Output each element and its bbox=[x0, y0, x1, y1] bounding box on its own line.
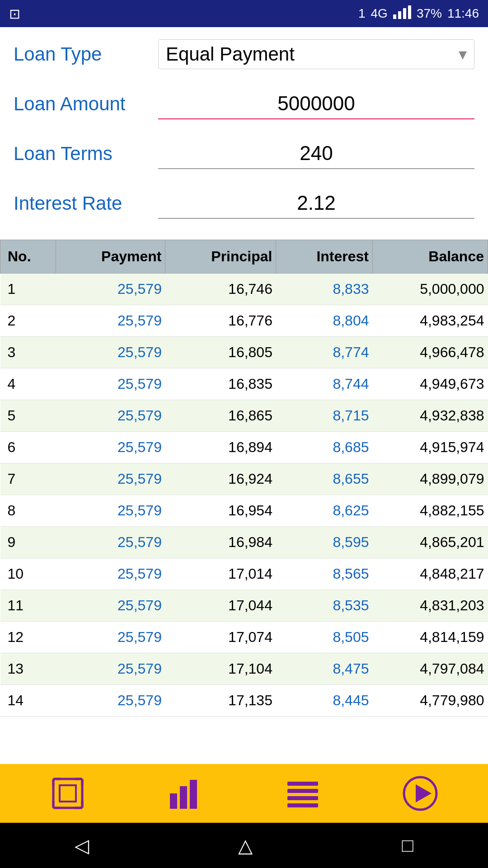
cell-interest: 8,774 bbox=[276, 337, 373, 368]
col-header-principal: Principal bbox=[165, 240, 276, 274]
cell-balance: 4,915,974 bbox=[372, 432, 488, 463]
cell-payment: 25,579 bbox=[56, 558, 165, 590]
interest-rate-row: Interest Rate bbox=[14, 185, 474, 222]
cell-principal: 17,014 bbox=[165, 558, 276, 590]
cell-principal: 16,894 bbox=[165, 432, 276, 463]
cell-interest: 8,715 bbox=[276, 400, 373, 432]
table-row: 10 25,579 17,014 8,565 4,848,217 bbox=[0, 558, 488, 590]
svg-rect-14 bbox=[170, 793, 177, 809]
cell-no: 7 bbox=[0, 463, 56, 495]
cell-payment: 25,579 bbox=[56, 590, 165, 622]
cell-no: 5 bbox=[0, 400, 56, 432]
table-row: 8 25,579 16,954 8,625 4,882,155 bbox=[0, 495, 488, 527]
table-row: 9 25,579 16,984 8,595 4,865,201 bbox=[0, 527, 488, 558]
cell-interest: 8,625 bbox=[276, 495, 373, 527]
table-row: 6 25,579 16,894 8,685 4,915,974 bbox=[0, 432, 488, 463]
cell-principal: 17,135 bbox=[165, 685, 276, 717]
table-row: 3 25,579 16,805 8,774 4,966,478 bbox=[0, 337, 488, 368]
cell-interest: 8,655 bbox=[276, 463, 373, 495]
cell-payment: 25,579 bbox=[56, 495, 165, 527]
table-row: 1 25,579 16,746 8,833 5,000,000 bbox=[0, 274, 488, 305]
loan-terms-label: Loan Terms bbox=[14, 143, 158, 165]
signal-icon bbox=[393, 5, 411, 22]
svg-rect-13 bbox=[60, 785, 76, 802]
cell-no: 11 bbox=[0, 590, 56, 622]
loan-amount-label: Loan Amount bbox=[14, 93, 158, 115]
svg-rect-19 bbox=[287, 796, 318, 800]
cell-no: 14 bbox=[0, 685, 56, 717]
sim-indicator: 1 bbox=[358, 6, 366, 21]
loan-terms-input[interactable] bbox=[158, 138, 474, 169]
cell-interest: 8,744 bbox=[276, 368, 373, 400]
recent-button[interactable]: □ bbox=[402, 835, 413, 856]
loan-type-label: Loan Type bbox=[14, 43, 158, 65]
table-row: 5 25,579 16,865 8,715 4,932,838 bbox=[0, 400, 488, 432]
play-nav-item[interactable] bbox=[402, 775, 438, 811]
status-icon: ⊡ bbox=[9, 6, 20, 22]
chart-nav-item[interactable] bbox=[167, 775, 203, 811]
cell-no: 2 bbox=[0, 305, 56, 337]
cell-balance: 4,865,201 bbox=[372, 527, 488, 558]
loan-type-row: Loan Type Equal Payment ▾ bbox=[14, 36, 474, 72]
cell-interest: 8,475 bbox=[276, 653, 373, 685]
cell-interest: 8,565 bbox=[276, 558, 373, 590]
android-nav-bar: ◁ △ □ bbox=[0, 823, 488, 868]
cell-balance: 4,949,673 bbox=[372, 368, 488, 400]
cell-balance: 4,882,155 bbox=[372, 495, 488, 527]
interest-rate-input[interactable] bbox=[158, 188, 474, 219]
cell-balance: 4,814,159 bbox=[372, 622, 488, 653]
back-button[interactable]: ◁ bbox=[75, 835, 89, 857]
svg-rect-15 bbox=[180, 786, 187, 809]
svg-marker-22 bbox=[416, 784, 432, 802]
cell-balance: 4,983,254 bbox=[372, 305, 488, 337]
cell-payment: 25,579 bbox=[56, 432, 165, 463]
cell-no: 12 bbox=[0, 622, 56, 653]
list-nav-item[interactable] bbox=[285, 775, 321, 811]
col-header-no: No. bbox=[0, 240, 56, 274]
cell-payment: 25,579 bbox=[56, 400, 165, 432]
cell-principal: 16,865 bbox=[165, 400, 276, 432]
cell-balance: 5,000,000 bbox=[372, 274, 488, 305]
cell-interest: 8,804 bbox=[276, 305, 373, 337]
battery-level: 37% bbox=[417, 6, 442, 21]
svg-rect-3 bbox=[408, 5, 411, 19]
cell-payment: 25,579 bbox=[56, 337, 165, 368]
loan-amount-input[interactable] bbox=[158, 89, 474, 119]
cell-principal: 16,984 bbox=[165, 527, 276, 558]
cell-balance: 4,797,084 bbox=[372, 653, 488, 685]
cell-principal: 17,104 bbox=[165, 653, 276, 685]
table-row: 11 25,579 17,044 8,535 4,831,203 bbox=[0, 590, 488, 622]
svg-rect-0 bbox=[393, 14, 396, 19]
svg-rect-16 bbox=[190, 780, 197, 809]
cell-no: 9 bbox=[0, 527, 56, 558]
cell-payment: 25,579 bbox=[56, 368, 165, 400]
loan-type-dropdown[interactable]: Equal Payment ▾ bbox=[158, 39, 474, 69]
loan-type-value: Equal Payment bbox=[166, 43, 459, 65]
table-row: 12 25,579 17,074 8,505 4,814,159 bbox=[0, 622, 488, 653]
status-bar: ⊡ 1 4G 37% 11:46 bbox=[0, 0, 488, 27]
cell-interest: 8,505 bbox=[276, 622, 373, 653]
cell-principal: 16,835 bbox=[165, 368, 276, 400]
expand-nav-item[interactable] bbox=[50, 775, 86, 811]
col-header-payment: Payment bbox=[56, 240, 165, 274]
svg-rect-2 bbox=[403, 8, 406, 19]
cell-no: 3 bbox=[0, 337, 56, 368]
loan-amount-row: Loan Amount bbox=[14, 86, 474, 122]
table-row: 13 25,579 17,104 8,475 4,797,084 bbox=[0, 653, 488, 685]
cell-no: 4 bbox=[0, 368, 56, 400]
cell-payment: 25,579 bbox=[56, 685, 165, 717]
cell-payment: 25,579 bbox=[56, 274, 165, 305]
cell-principal: 16,746 bbox=[165, 274, 276, 305]
svg-rect-1 bbox=[398, 11, 401, 19]
col-header-balance: Balance bbox=[372, 240, 488, 274]
home-button[interactable]: △ bbox=[238, 835, 253, 857]
table-row: 7 25,579 16,924 8,655 4,899,079 bbox=[0, 463, 488, 495]
input-section: Loan Type Equal Payment ▾ Loan Amount Lo… bbox=[0, 27, 488, 235]
cell-balance: 4,932,838 bbox=[372, 400, 488, 432]
cell-no: 1 bbox=[0, 274, 56, 305]
cell-no: 8 bbox=[0, 495, 56, 527]
cell-balance: 4,779,980 bbox=[372, 685, 488, 717]
chevron-down-icon: ▾ bbox=[459, 45, 467, 64]
cell-payment: 25,579 bbox=[56, 305, 165, 337]
cell-no: 10 bbox=[0, 558, 56, 590]
